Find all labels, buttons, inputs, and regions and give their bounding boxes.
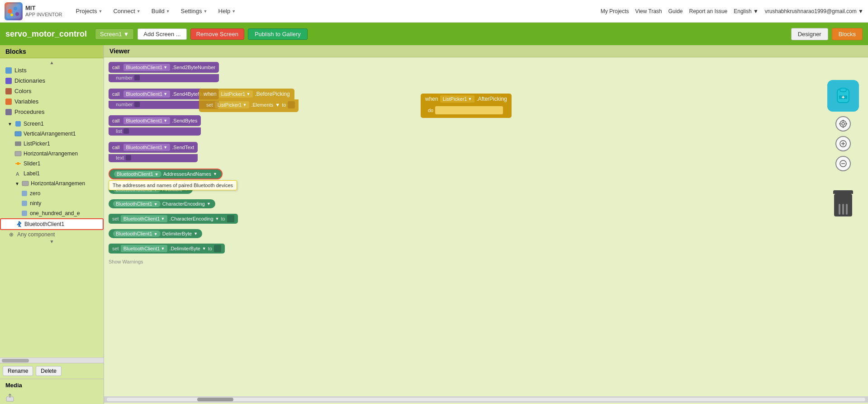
getter-addressesandnames[interactable]: BluetoothClient1 ▼ AddressesAndNames ▼: [109, 169, 223, 179]
getter-characterencoding[interactable]: BluetoothClient1 ▼ CharacterEncoding ▼: [109, 199, 215, 208]
sidebar-hscroll[interactable]: [0, 357, 104, 363]
set-characterencoding[interactable]: set BluetoothClient1 ▼ .CharacterEncodin…: [109, 214, 238, 224]
any-component-toggle: ⊕: [9, 231, 14, 238]
afterpicking-header[interactable]: when ListPicker1 ▼ .AfterPicking: [421, 94, 512, 104]
block-delimiterbyte-getter-row: BluetoothClient1 ▼ DelimiterByte ▼: [109, 229, 863, 240]
nav-build[interactable]: Build ▼: [147, 5, 175, 17]
tree-listpicker1[interactable]: ListPicker1: [0, 139, 104, 149]
viewer-controls: [827, 80, 859, 216]
trash-button[interactable]: [834, 194, 852, 216]
tree-bluetoothclient1[interactable]: BluetoothClient1: [0, 218, 104, 230]
addressesandnames-tooltip: The addresses and names of paired Blueto…: [109, 180, 237, 190]
event-block-afterpicking: when ListPicker1 ▼ .AfterPicking do: [421, 94, 512, 118]
blocks-button[interactable]: Blocks: [832, 28, 863, 40]
category-variables[interactable]: Variables: [0, 96, 104, 107]
svg-point-4: [10, 14, 13, 16]
category-colors[interactable]: Colors: [0, 86, 104, 96]
show-warnings-label[interactable]: Show Warnings: [109, 259, 863, 264]
btclient-comp-4[interactable]: BluetoothClient1 ▼: [123, 144, 171, 151]
harrangement2-icon: [22, 180, 29, 187]
scroll-up-arrow[interactable]: ▲: [0, 60, 104, 65]
set-delimiterbyte[interactable]: set BluetoothClient1 ▼ .DelimiterByte ▼ …: [109, 244, 225, 254]
delete-button[interactable]: Delete: [36, 366, 62, 376]
call-block-send2bytenumber[interactable]: call BluetoothClient1 ▼ .Send2ByteNumber: [109, 62, 219, 73]
viewer-canvas[interactable]: call BluetoothClient1 ▼ .Send2ByteNumber…: [104, 57, 868, 403]
remove-screen-button[interactable]: Remove Screen: [190, 28, 244, 40]
call-block-sendbytes[interactable]: call BluetoothClient1 ▼ .SendBytes: [109, 115, 201, 126]
tree-horizontalarrangement2[interactable]: ▼ HorizontalArrangemen: [0, 179, 104, 188]
param-row-list: list: [109, 127, 201, 136]
screen-icon: [14, 120, 22, 127]
rename-button[interactable]: Rename: [3, 366, 33, 376]
add-screen-button[interactable]: Add Screen ...: [138, 28, 186, 40]
target-button[interactable]: [835, 116, 851, 132]
projects-arrow: ▼: [98, 9, 102, 14]
hscrollbar-thumb[interactable]: [197, 398, 233, 401]
report-issue-link[interactable]: Report an Issue: [689, 8, 728, 14]
dictionaries-color-box: [5, 78, 12, 84]
nav-help[interactable]: Help ▼: [214, 5, 241, 17]
backpack-icon[interactable]: [827, 80, 859, 112]
listpicker1-comp[interactable]: ListPicker1 ▼: [440, 95, 475, 103]
tree-screen1[interactable]: ▼ Screen1: [0, 119, 104, 129]
logo: MIT APP INVENTOR: [5, 2, 62, 20]
tree-ninty[interactable]: ninty: [0, 198, 104, 208]
user-email[interactable]: vrushabhkrushnarao1999@gmail.com ▼: [765, 8, 863, 14]
btclient-comp-1[interactable]: BluetoothClient1 ▼: [123, 64, 171, 71]
my-projects-link[interactable]: My Projects: [601, 8, 629, 14]
scroll-down-arrow[interactable]: ▼: [0, 239, 104, 244]
view-trash-link[interactable]: View Trash: [635, 8, 662, 14]
listpicker-icon: [14, 140, 22, 147]
btclient-comp-getter4[interactable]: BluetoothClient1 ▼: [113, 230, 161, 237]
nav-settings[interactable]: Settings ▼: [176, 5, 212, 17]
btclient-comp-setter1[interactable]: BluetoothClient1 ▼: [121, 215, 168, 222]
category-procedures[interactable]: Procedures: [0, 107, 104, 117]
designer-button[interactable]: Designer: [791, 28, 828, 40]
btclient-comp-setter2[interactable]: BluetoothClient1 ▼: [121, 245, 168, 252]
colors-label: Colors: [14, 88, 32, 94]
publish-to-gallery-button[interactable]: Publish to Gallery: [248, 28, 308, 40]
btclient-comp-getter1[interactable]: BluetoothClient1 ▼: [114, 171, 161, 177]
tree-verticalarrangement1[interactable]: VerticalArrangement1: [0, 129, 104, 139]
tree-zero[interactable]: zero: [0, 188, 104, 198]
block-addressesandnames-row: BluetoothClient1 ▼ AddressesAndNames ▼ T…: [109, 169, 863, 181]
screen1-toggle: ▼: [7, 122, 13, 127]
sidebar-scroll[interactable]: ▲ Lists Dictionaries Colors Variables Pr…: [0, 58, 104, 357]
tree-one-hundred[interactable]: one_hundred_and_e: [0, 208, 104, 218]
do-slot[interactable]: [435, 106, 503, 114]
project-title: servo_motor_control: [5, 29, 87, 39]
language-selector[interactable]: English ▼: [734, 8, 759, 14]
zero-icon: [21, 190, 28, 197]
viewer-hscrollbar[interactable]: [104, 396, 868, 403]
sidebar-hscroll-thumb[interactable]: [2, 359, 29, 362]
getter-delimiterbyte[interactable]: BluetoothClient1 ▼ DelimiterByte ▼: [109, 229, 202, 238]
build-arrow: ▼: [166, 9, 170, 14]
block-characterencoding-setter-row: set BluetoothClient1 ▼ .CharacterEncodin…: [109, 214, 863, 225]
category-dictionaries[interactable]: Dictionaries: [0, 75, 104, 86]
category-lists[interactable]: Lists: [0, 65, 104, 75]
zoom-in-button[interactable]: [835, 136, 851, 151]
btclient-comp-getter3[interactable]: BluetoothClient1 ▼: [113, 201, 161, 207]
upload-icon: [5, 393, 14, 402]
hscrollbar-track[interactable]: [107, 398, 865, 401]
nav-projects[interactable]: Projects ▼: [71, 5, 107, 17]
harrangement-icon: [14, 150, 22, 157]
param-row-text: text: [109, 154, 198, 162]
btclient-comp-3[interactable]: BluetoothClient1 ▼: [123, 117, 171, 124]
call-block-sendtext[interactable]: call BluetoothClient1 ▼ .SendText: [109, 142, 198, 153]
tree-slider1[interactable]: Slider1: [0, 159, 104, 169]
guide-link[interactable]: Guide: [668, 8, 683, 14]
tree-label1[interactable]: A Label1: [0, 169, 104, 179]
screen-selector[interactable]: Screen1 ▼: [95, 28, 134, 40]
logo-text: MIT APP INVENTOR: [25, 5, 62, 18]
svg-point-1: [8, 9, 12, 14]
label-icon: A: [14, 170, 22, 177]
svg-point-3: [15, 12, 19, 16]
svg-rect-5: [15, 121, 21, 127]
btclient-comp-2[interactable]: BluetoothClient1 ▼: [123, 90, 171, 98]
tree-horizontalarrangement1[interactable]: HorizontalArrangemen: [0, 149, 104, 159]
block-send2bytenumber: call BluetoothClient1 ▼ .Send2ByteNumber…: [109, 62, 863, 85]
nav-connect[interactable]: Connect ▼: [109, 5, 145, 17]
zoom-out-button[interactable]: [835, 156, 851, 171]
tree-any-component[interactable]: ⊕ Any component: [0, 230, 104, 239]
